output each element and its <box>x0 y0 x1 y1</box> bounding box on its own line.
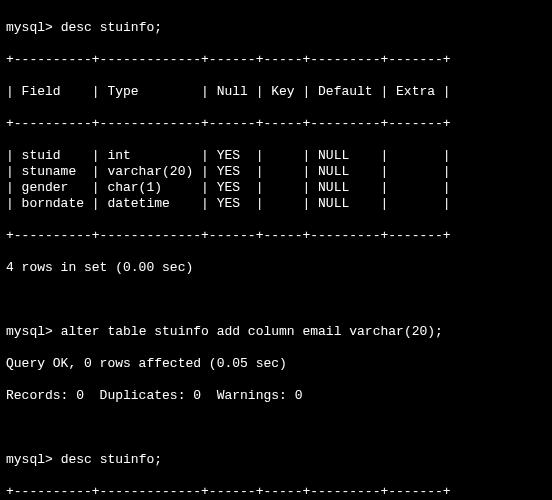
table-row: | gender | char(1) | YES | | NULL | | <box>6 180 546 196</box>
table1-border-mid: +----------+-------------+------+-----+-… <box>6 116 546 132</box>
table1-body: | stuid | int | YES | | NULL | || stunam… <box>6 148 546 212</box>
prompt-line-1[interactable]: mysql> desc stuinfo; <box>6 20 546 36</box>
alter-result-1: Query OK, 0 rows affected (0.05 sec) <box>6 356 546 372</box>
prompt: mysql> <box>6 452 53 467</box>
prompt-line-3[interactable]: mysql> desc stuinfo; <box>6 452 546 468</box>
prompt: mysql> <box>6 20 53 35</box>
table1-border-top: +----------+-------------+------+-----+-… <box>6 52 546 68</box>
command-alter: alter table stuinfo add column email var… <box>61 324 443 339</box>
table-row: | stuname | varchar(20) | YES | | NULL |… <box>6 164 546 180</box>
table-row: | borndate | datetime | YES | | NULL | | <box>6 196 546 212</box>
command-desc-2: desc stuinfo; <box>61 452 162 467</box>
table1-header: | Field | Type | Null | Key | Default | … <box>6 84 546 100</box>
table2-border-top: +----------+-------------+------+-----+-… <box>6 484 546 500</box>
alter-result-2: Records: 0 Duplicates: 0 Warnings: 0 <box>6 388 546 404</box>
table1-border-bot: +----------+-------------+------+-----+-… <box>6 228 546 244</box>
prompt-line-2[interactable]: mysql> alter table stuinfo add column em… <box>6 324 546 340</box>
prompt: mysql> <box>6 324 53 339</box>
table-row: | stuid | int | YES | | NULL | | <box>6 148 546 164</box>
blank-1 <box>6 292 546 308</box>
table1-footer: 4 rows in set (0.00 sec) <box>6 260 546 276</box>
command-desc-1: desc stuinfo; <box>61 20 162 35</box>
blank-2 <box>6 420 546 436</box>
terminal-output: mysql> desc stuinfo; +----------+-------… <box>0 0 552 500</box>
